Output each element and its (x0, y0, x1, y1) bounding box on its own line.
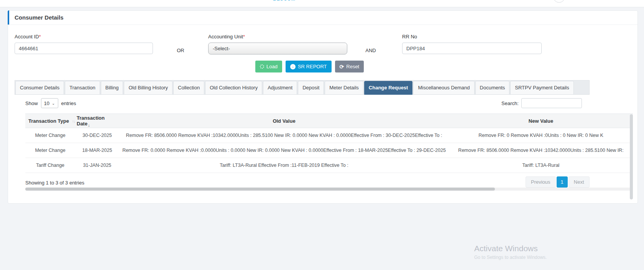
tab-adjustment[interactable]: Adjustment (263, 81, 297, 95)
search-input[interactable] (521, 98, 582, 108)
accounting-unit-select[interactable]: -Select- (208, 43, 347, 54)
tab-meter-details[interactable]: Meter Details (325, 81, 363, 95)
table-row: Meter Change 18-MAR-2025 Remove FR: 0.00… (25, 143, 633, 158)
page-size-select[interactable]: 10 ⌄ (41, 98, 58, 108)
tab-miscellaneous-demand[interactable]: Miscellaneous Demand (413, 81, 474, 95)
sr-report-button-label: SR REPORT (298, 64, 327, 69)
download-circle-icon: ↓ (290, 64, 296, 69)
rr-no-label: RR No (402, 34, 542, 40)
user-avatar[interactable] (553, 0, 565, 3)
page-length-control: Show 10 ⌄ entries (25, 98, 76, 108)
and-label: AND (355, 48, 386, 53)
tab-billing[interactable]: Billing (101, 81, 123, 95)
col-header-old-value: Old Value (119, 118, 449, 124)
entries-label: entries (61, 100, 76, 106)
tab-documents[interactable]: Documents (475, 81, 510, 95)
required-asterisk: * (39, 34, 41, 40)
next-page-button[interactable]: Next (568, 176, 590, 188)
entries-summary: Showing 1 to 3 of 3 entries (25, 180, 84, 186)
table-row: Meter Change 30-DEC-2025 Remove FR: 8506… (25, 128, 633, 143)
sr-report-button[interactable]: ↓ SR REPORT (286, 61, 332, 72)
page-size-value: 10 (44, 100, 49, 106)
account-id-input[interactable] (15, 43, 153, 54)
card-accent-bar (8, 10, 9, 25)
search-control: Search: (501, 98, 582, 108)
tab-change-request[interactable]: Change Request (364, 81, 413, 95)
show-label: Show (25, 100, 38, 106)
refresh-icon: ⟳ (340, 64, 344, 69)
app-header: BESCOM (0, 0, 644, 7)
cell-transaction-type: Tariff Change (25, 163, 75, 168)
sort-both-icon: ↑↓ (72, 119, 75, 123)
rr-no-input[interactable] (402, 43, 542, 54)
account-id-label: Account ID* (15, 34, 153, 40)
rr-no-group: RR No (402, 34, 542, 54)
vertical-scrollbar-thumb[interactable] (630, 114, 633, 199)
reset-button[interactable]: ⟳ Reset (335, 61, 364, 72)
tab-bar: Consumer Details Transaction Billing Old… (15, 80, 590, 95)
accounting-unit-group: Accounting Unit* -Select- (208, 34, 347, 54)
cell-transaction-date: 30-DEC-2025 (75, 133, 119, 138)
tab-consumer-details[interactable]: Consumer Details (15, 81, 64, 95)
tab-deposit[interactable]: Deposit (298, 81, 324, 95)
change-request-table: Transaction Type↑↓ Transaction Date↓ Old… (25, 114, 633, 173)
page-1-button[interactable]: 1 (557, 176, 568, 188)
cell-old-value: Remove FR: 8506.0000 Remove KVAH :10342.… (119, 133, 449, 138)
table-header-row: Transaction Type↑↓ Transaction Date↓ Old… (25, 114, 633, 128)
tab-transaction[interactable]: Transaction (65, 81, 100, 95)
col-header-transaction-type[interactable]: Transaction Type↑↓ (25, 118, 75, 124)
account-id-group: Account ID* (15, 34, 153, 54)
previous-page-button[interactable]: Previous (526, 176, 556, 188)
tab-old-collection-history[interactable]: Old Collection History (205, 81, 262, 95)
table-row: Tariff Change 31-JAN-2025 Tariff: LT3A-R… (25, 158, 633, 173)
tab-collection[interactable]: Collection (173, 81, 204, 95)
pagination: Previous 1 Next (526, 176, 590, 188)
chevron-down-icon: ⌄ (52, 101, 55, 105)
tab-old-billing-history[interactable]: Old Billing History (124, 81, 172, 95)
consumer-details-card: Consumer Details Account ID* OR Accounti… (8, 10, 638, 204)
spinner-icon (260, 64, 264, 69)
activate-windows-watermark: Activate Windows (474, 244, 538, 253)
cell-old-value: Remove FR: 0.0000 Remove KVAH :0.0000Uni… (119, 148, 449, 153)
bescom-logo: BESCOM (273, 0, 296, 2)
cell-old-value: Tariff: LT3A-Rural Effective From :11-FE… (119, 163, 449, 168)
form-actions: Load ↓ SR REPORT ⟳ Reset (255, 61, 364, 72)
activate-windows-watermark-subtext: Go to Settings to activate Windows. (474, 255, 547, 260)
cell-transaction-date: 31-JAN-2025 (75, 163, 119, 168)
horizontal-scrollbar-track[interactable] (25, 188, 633, 191)
sort-desc-icon: ↓ (88, 123, 90, 127)
cell-new-value: Remove FR: 0 Remove KVAH :0Units : 0 New… (449, 133, 633, 138)
cell-new-value: Tariff: LT3A-Rural (449, 163, 633, 168)
reset-button-label: Reset (346, 64, 359, 69)
cell-transaction-date: 18-MAR-2025 (75, 148, 119, 153)
or-label: OR (165, 48, 196, 53)
horizontal-scrollbar-thumb[interactable] (25, 188, 495, 191)
cell-transaction-type: Meter Change (25, 148, 75, 153)
cell-new-value: Remove FR: 8506.0000 Remove KVAH :10342.… (449, 148, 633, 153)
col-header-new-value: New Value (449, 118, 633, 124)
required-asterisk: * (243, 34, 245, 40)
load-button[interactable]: Load (255, 61, 282, 72)
load-button-label: Load (266, 64, 278, 69)
accounting-unit-label: Accounting Unit* (208, 34, 347, 40)
col-header-transaction-date[interactable]: Transaction Date↓ (75, 115, 119, 127)
search-label: Search: (501, 100, 519, 106)
tab-srtpv-payment-details[interactable]: SRTPV Payment Details (510, 81, 573, 95)
cell-transaction-type: Meter Change (25, 133, 75, 138)
page-title: Consumer Details (15, 11, 64, 25)
card-divider (8, 25, 637, 25)
